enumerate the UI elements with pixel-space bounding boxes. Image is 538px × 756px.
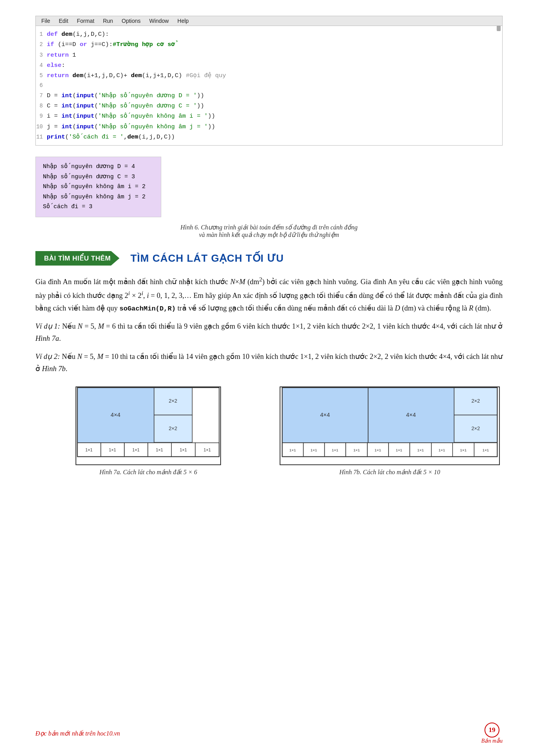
scrollbar[interactable] [497,26,501,31]
line-code: j = int(input('Nhập số nguyên không âm j… [47,122,502,132]
diagram-7a: 4×4 2×2 2×2 1×1 1×1 1×1 1×1 1×1 [76,386,221,465]
code-line-3: 3 return 1 [36,50,502,60]
output-line: Nhập số nguyên dương D = 4 [43,162,154,172]
code-body: 1def dem(i,j,D,C):2 if (i==D or j==C):#T… [36,26,502,145]
code-line-2: 2 if (i==D or j==C):#Trường hợp cơ sở [36,39,502,50]
line-number: 11 [36,133,47,142]
svg-text:2×2: 2×2 [472,398,480,404]
line-number: 10 [36,122,47,132]
page-number: 19 [485,723,499,738]
svg-text:1×1: 1×1 [85,447,92,452]
svg-text:1×1: 1×1 [396,447,402,452]
fig6-caption: Hình 6. Chương trình giải bài toán đếm s… [35,224,503,238]
code-line-9: 9i = int(input('Nhập số nguyên không âm … [36,111,502,121]
code-line-5: 5 return dem(i+1,j,D,C)+ dem(i,j+1,D,C) … [36,70,502,81]
line-code: return 1 [47,50,502,60]
svg-text:1×1: 1×1 [417,447,424,452]
line-code: print('Số cách đi = ',dem(i,j,D,C)) [47,132,502,142]
output-box: Nhập số nguyên dương D = 4Nhập số nguyên… [35,157,161,217]
line-code: i = int(input('Nhập số nguyên không âm i… [47,111,502,121]
paragraph-3: Ví dụ 2: Nếu N = 5, M = 10 thì ta cần tố… [35,351,503,375]
output-line: Số cách đi = 3 [43,202,154,212]
svg-text:1×1: 1×1 [439,447,445,452]
paragraph-1: Gia đình An muốn lát một mảnh đất hình c… [35,274,503,315]
footer-text: Đọc bản mới nhất trên hoc10.vn [35,730,120,737]
svg-text:1×1: 1×1 [289,447,296,452]
line-number: 6 [36,81,47,91]
badge-btht: BÀI TÌM HIỂU THÊM [35,251,120,266]
menu-help[interactable]: Help [177,18,189,24]
code-line-6: 6 [36,81,502,91]
svg-text:1×1: 1×1 [374,447,381,452]
line-number: 4 [36,61,47,70]
section-title: TÌM CÁCH LÁT GẠCH TỐI ƯU [131,252,284,264]
svg-text:1×1: 1×1 [180,447,187,452]
code-line-1: 1def dem(i,j,D,C): [36,29,502,39]
line-number: 3 [36,51,47,60]
line-number: 5 [36,71,47,81]
line-code: if (i==D or j==C):#Trường hợp cơ sở [47,39,502,50]
editor-menubar: File Edit Format Run Options Window Help [36,16,502,26]
menu-options[interactable]: Options [122,18,140,24]
svg-text:1×1: 1×1 [332,447,339,452]
output-section: Nhập số nguyên dương D = 4Nhập số nguyên… [35,157,503,221]
code-line-8: 8C = int(input('Nhập số nguyên dương C =… [36,101,502,111]
fig7b-caption: Hình 7b. Cách lát cho mảnh đất 5 × 10 [339,468,440,476]
svg-text:1×1: 1×1 [156,447,163,452]
figure-7a: 4×4 2×2 2×2 1×1 1×1 1×1 1×1 1×1 [35,386,261,476]
diagram-7b: 4×4 4×4 2×2 2×2 1×1 1×1 1×1 1×1 [280,386,500,465]
svg-text:2×2: 2×2 [169,398,177,404]
menu-edit[interactable]: Edit [59,18,68,24]
code-line-7: 7D = int(input('Nhập số nguyên dương D =… [36,91,502,101]
output-line: Nhập số nguyên dương C = 3 [43,172,154,182]
svg-text:4×4: 4×4 [111,412,120,418]
code-line-10: 10j = int(input('Nhập số nguyên không âm… [36,122,502,132]
line-number: 1 [36,30,47,39]
svg-text:1×1: 1×1 [483,447,489,452]
section-header: BÀI TÌM HIỂU THÊM TÌM CÁCH LÁT GẠCH TỐI … [35,251,503,266]
line-code: D = int(input('Nhập số nguyên dương D = … [47,91,502,101]
figures-row: 4×4 2×2 2×2 1×1 1×1 1×1 1×1 1×1 [35,386,503,476]
output-line: Nhập số nguyên không âm j = 2 [43,192,154,202]
output-line: Nhập số nguyên không âm i = 2 [43,182,154,192]
line-code: else: [47,60,502,70]
svg-text:1×1: 1×1 [353,447,360,452]
code-line-4: 4 else: [36,60,502,70]
line-number: 8 [36,102,47,111]
ban-mau: Bản mẫu [481,738,503,744]
figure-7b: 4×4 4×4 2×2 2×2 1×1 1×1 1×1 1×1 [277,386,503,476]
menu-format[interactable]: Format [77,18,94,24]
paragraph-2: Ví dụ 1: Nếu N = 5, M = 6 thì ta cần tối… [35,320,503,345]
line-code: C = int(input('Nhập số nguyên dương C = … [47,101,502,111]
svg-text:4×4: 4×4 [406,412,416,418]
svg-text:2×2: 2×2 [472,425,480,431]
line-number: 9 [36,112,47,121]
fig7a-caption: Hình 7a. Cách lát cho mảnh đất 5 × 6 [99,468,197,476]
menu-window[interactable]: Window [149,18,169,24]
line-code: return dem(i+1,j,D,C)+ dem(i,j+1,D,C) #G… [47,70,502,81]
svg-text:1×1: 1×1 [460,447,467,452]
svg-text:2×2: 2×2 [169,425,177,431]
menu-file[interactable]: File [41,18,50,24]
svg-text:1×1: 1×1 [133,447,140,452]
code-line-11: 11print('Số cách đi = ',dem(i,j,D,C)) [36,132,502,142]
line-number: 7 [36,91,47,101]
line-code: def dem(i,j,D,C): [47,29,502,39]
svg-text:1×1: 1×1 [204,447,211,452]
svg-text:4×4: 4×4 [320,412,330,418]
line-number: 2 [36,40,47,50]
code-editor: File Edit Format Run Options Window Help… [35,16,503,146]
svg-text:1×1: 1×1 [311,447,317,452]
menu-run[interactable]: Run [103,18,113,24]
page-footer: Đọc bản mới nhất trên hoc10.vn 19 Bản mẫ… [0,723,538,744]
footer-right: 19 Bản mẫu [481,723,503,744]
svg-text:1×1: 1×1 [109,447,116,452]
